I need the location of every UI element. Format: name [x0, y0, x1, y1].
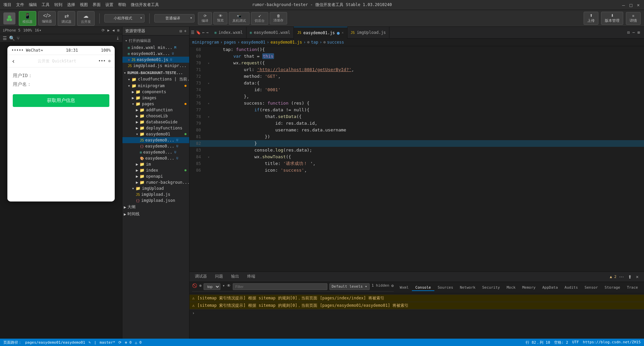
fold-indicator[interactable]: [206, 66, 211, 73]
context-selector[interactable]: top: [204, 283, 220, 290]
clear-cache-button[interactable]: 🗑 清缓存: [270, 12, 287, 24]
mode-dropdown[interactable]: 小程序模式: [104, 14, 145, 22]
menu-edit[interactable]: 编辑: [29, 2, 37, 8]
minimize-button[interactable]: —: [621, 3, 626, 7]
overflow-icon[interactable]: ⊞: [638, 30, 640, 35]
console-active-tab[interactable]: Console: [412, 285, 434, 291]
menu-select[interactable]: 选择: [67, 2, 75, 8]
appdata-tab[interactable]: AppData: [539, 285, 561, 291]
fold-indicator[interactable]: [206, 167, 211, 174]
cloud-button[interactable]: ☁ 云开发: [77, 11, 95, 26]
im-folder[interactable]: ▶ 📁 im: [122, 161, 189, 167]
sensor-tab[interactable]: Sensor: [581, 285, 601, 291]
console-filter-input[interactable]: [233, 283, 327, 290]
mock-tab[interactable]: Mock: [503, 285, 519, 291]
tab-close-button[interactable]: ×: [342, 31, 344, 35]
debug-button[interactable]: ⇄ 调试器: [58, 11, 75, 26]
compile-button[interactable]: ⟳ 编译: [198, 12, 212, 25]
tab-imgupload-js[interactable]: JS imgUpload.js: [347, 27, 390, 39]
console-input-field[interactable]: [196, 311, 641, 315]
panel-tab-debugger[interactable]: 调试器: [191, 272, 211, 282]
fold-indicator[interactable]: [206, 160, 211, 167]
menu-help[interactable]: 帮助: [118, 2, 126, 8]
simulator-toolbar-icons[interactable]: ⟳ ▶ ◀ ⊞: [102, 28, 119, 33]
sidebar-toggle-icon[interactable]: ☰: [191, 30, 195, 35]
panel-maximize-button[interactable]: ⬆: [627, 274, 633, 280]
detail-button[interactable]: ≡ 详情: [626, 12, 641, 25]
copy-icon[interactable]: ⊞: [117, 28, 119, 33]
dropdown-arrow[interactable]: ▾: [222, 283, 225, 290]
images-folder[interactable]: ▶ 📁 images: [122, 95, 189, 101]
bookmark-icon[interactable]: 🔖: [196, 30, 201, 35]
audits-tab[interactable]: Audits: [561, 285, 581, 291]
breadcrumb-success[interactable]: success: [327, 40, 344, 45]
root-folder[interactable]: ▾ RUMOR-BACKGROUNT-TESTE...: [122, 70, 189, 76]
simulator-button[interactable]: 📱 模拟器: [19, 11, 36, 26]
play-icon[interactable]: ▶: [107, 28, 110, 33]
imgupload-js-file[interactable]: JS imgUpload.js: [122, 191, 189, 197]
forward-icon[interactable]: →: [206, 30, 208, 35]
memory-tab[interactable]: Memory: [519, 285, 539, 291]
easydemo01-json-file[interactable]: {} easydemo0... U: [122, 143, 189, 149]
panel-close-button[interactable]: ×: [635, 274, 640, 280]
phone-back-button[interactable]: ‹: [11, 57, 15, 65]
open-file-easydemo01-js[interactable]: ✕ JS easydemo01.js U: [122, 57, 189, 63]
back-nav-icon[interactable]: ◀: [112, 28, 115, 33]
search-icon[interactable]: 🔍: [9, 36, 15, 41]
imgupload-json-file[interactable]: {} imgUpload.json: [122, 197, 189, 204]
menu-wechat-devtools[interactable]: 微信开发者工具: [131, 2, 159, 8]
edit-path-icon[interactable]: ✎: [89, 340, 91, 345]
index-folder[interactable]: ▶ 📁 index: [122, 167, 189, 173]
phone-home-button[interactable]: ⊙: [108, 59, 111, 63]
trace-tab[interactable]: Trace: [624, 285, 641, 291]
fold-indicator[interactable]: [206, 140, 211, 147]
background-button[interactable]: ↙ 切后台: [251, 12, 268, 25]
network-tab[interactable]: Network: [457, 285, 479, 291]
fold-indicator-70[interactable]: ▾: [206, 60, 211, 66]
eye-filter-icon[interactable]: 👁: [227, 283, 231, 290]
upload-button[interactable]: ⬆ 上传: [584, 12, 598, 25]
databaseguide-folder[interactable]: ▶ 📁 databaseGuide: [122, 119, 189, 125]
components-folder[interactable]: ▶ 📁 components: [122, 89, 189, 95]
breadcrumb-tap[interactable]: tap: [311, 40, 318, 45]
fold-indicator-73[interactable]: ▾: [206, 80, 211, 86]
menu-tools[interactable]: 工具: [42, 2, 50, 8]
easydemo01-js-file[interactable]: JS easydemo0... U: [122, 137, 189, 143]
split-editor-icon[interactable]: ⊡: [627, 30, 630, 35]
menu-project[interactable]: 项目: [3, 2, 11, 8]
open-file-imgupload-js[interactable]: JS imgUpload.js minipr...: [122, 63, 189, 69]
open-file-index-wxml[interactable]: ⊞ index.wxml min... M: [122, 45, 189, 51]
open-editors-title[interactable]: ▾ 打开的编辑器: [122, 37, 189, 45]
breadcrumb-file[interactable]: easydemo01.js: [271, 40, 302, 45]
fold-indicator[interactable]: [206, 86, 211, 93]
explorer-icon[interactable]: ☰: [3, 36, 7, 41]
fold-indicator-84[interactable]: ▾: [206, 154, 211, 160]
get-userinfo-button[interactable]: 获取用户信息: [13, 94, 109, 107]
fold-indicator[interactable]: [206, 127, 211, 133]
tab-index-wxml[interactable]: ⊞ index.wxml: [211, 27, 246, 39]
editor-button[interactable]: </> 编辑器: [38, 11, 56, 25]
sources-tab[interactable]: Sources: [434, 285, 457, 291]
outline-section[interactable]: ▶ 大纲: [122, 204, 189, 211]
deployfunctions-folder[interactable]: ▶ 📁 deployFunctions: [122, 125, 189, 131]
default-levels-dropdown[interactable]: Default levels ▾: [329, 283, 370, 290]
fold-indicator[interactable]: [206, 120, 211, 127]
console-input-line[interactable]: ›: [190, 309, 644, 317]
back-icon[interactable]: ←: [202, 30, 205, 35]
tab-easydemo01-wxml[interactable]: ⊞ easydemo01.wxml: [247, 27, 294, 39]
refresh-icon[interactable]: ⟳: [118, 340, 121, 345]
miniprogram-folder[interactable]: ▾ 📁 miniprogram: [122, 83, 189, 89]
fold-indicator-76[interactable]: ▾: [206, 100, 211, 107]
panel-tab-problems[interactable]: 问题: [211, 272, 227, 282]
fold-indicator[interactable]: [206, 133, 211, 140]
console-settings-icon[interactable]: ⚙: [391, 283, 394, 290]
console-stop-icon[interactable]: ⊗: [199, 283, 202, 290]
menu-goto[interactable]: 转到: [54, 2, 62, 8]
version-mgr-button[interactable]: ⬇ 版本管理: [601, 12, 623, 25]
fold-indicator[interactable]: [206, 46, 211, 53]
wxml-console-tab[interactable]: Wxml: [396, 285, 412, 291]
fold-indicator[interactable]: [206, 53, 211, 60]
easydemo01-wxml-file[interactable]: ⊞ easydemo0... U: [122, 149, 189, 155]
breadcrumb-pages[interactable]: pages: [224, 40, 236, 45]
fold-indicator[interactable]: [206, 73, 211, 80]
